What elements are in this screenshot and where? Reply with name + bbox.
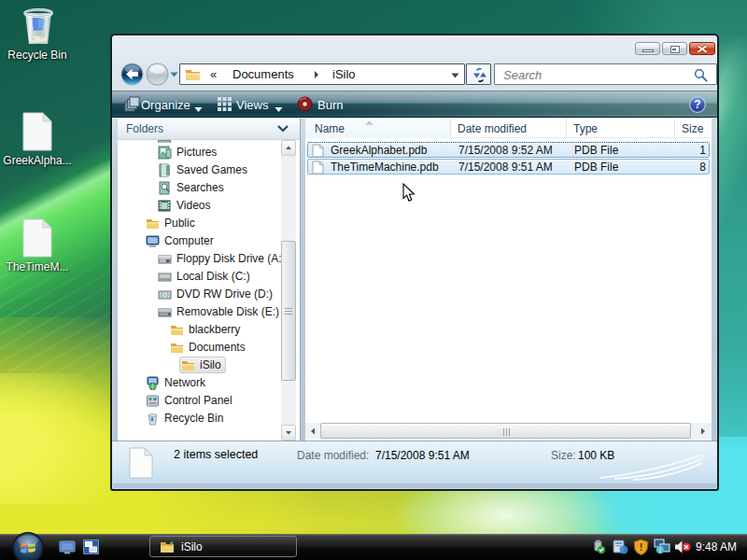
svg-text:!: ! <box>640 541 643 553</box>
svg-text:?: ? <box>694 98 700 111</box>
